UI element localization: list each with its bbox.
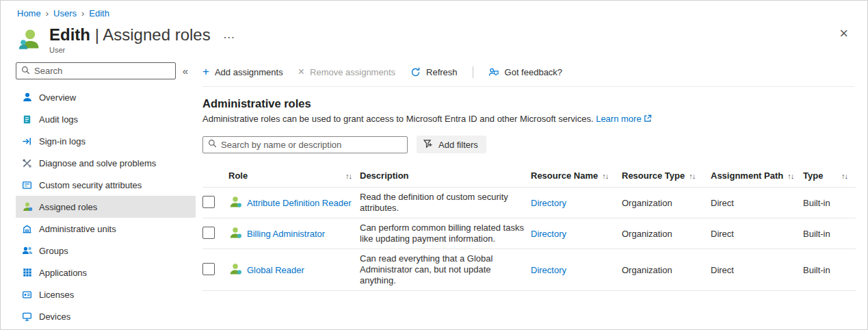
refresh-button[interactable]: Refresh — [410, 67, 458, 77]
sidebar-item-label: Diagnose and solve problems — [39, 158, 156, 168]
entra-user-assigned-roles-page: Home›Users›Edith Edith | Assigned roles … — [0, 0, 868, 330]
sort-icon: ↑↓ — [841, 172, 847, 180]
command-bar: + Add assignments × Remove assignments R… — [202, 61, 854, 83]
groups-icon — [21, 245, 33, 257]
section-description: Administrative roles can be used to gran… — [202, 114, 854, 125]
assigned-roles-person-icon — [21, 201, 33, 213]
resource-name-link[interactable]: Directory — [531, 265, 566, 275]
column-label: Resource Name — [531, 170, 598, 181]
toolbar-rule — [202, 86, 854, 87]
sidebar-item-audit-logs[interactable]: Audit logs — [16, 108, 196, 130]
building-icon — [21, 223, 33, 235]
sidebar-search-input[interactable] — [34, 66, 170, 76]
title-block: Edith | Assigned roles User — [49, 25, 211, 54]
table-row: Global Reader Can read everything that a… — [202, 249, 856, 291]
collapse-sidebar-icon[interactable]: « — [181, 65, 190, 77]
close-icon[interactable]: × — [835, 25, 852, 42]
content: « Overview Audit logs Sign-in logs Dia — [1, 55, 867, 329]
sidebar-item-administrative-units[interactable]: Administrative units — [16, 218, 196, 240]
role-link[interactable]: Attribute Definition Reader — [247, 198, 351, 208]
breadcrumb-separator: › — [81, 8, 84, 18]
search-icon — [208, 139, 217, 150]
sidebar: « Overview Audit logs Sign-in logs Dia — [1, 55, 196, 329]
select-all-header — [202, 164, 228, 188]
sort-icon: ↑↓ — [689, 172, 695, 180]
resource-name-link[interactable]: Directory — [531, 198, 566, 208]
breadcrumb-users[interactable]: Users — [53, 8, 77, 18]
sidebar-item-label: Custom security attributes — [39, 180, 142, 190]
column-header-role[interactable]: Role↑↓ — [228, 164, 360, 188]
breadcrumb-home[interactable]: Home — [17, 8, 41, 18]
sidebar-item-overview[interactable]: Overview — [16, 86, 196, 108]
column-header-description: Description — [360, 164, 531, 188]
row-checkbox[interactable] — [202, 227, 215, 239]
sidebar-item-label: Audit logs — [39, 114, 78, 125]
roles-table: Role↑↓ Description Resource Name↑↓ Resou… — [202, 164, 856, 291]
role-link[interactable]: Global Reader — [247, 265, 304, 275]
sign-in-arrow-icon — [21, 136, 33, 147]
sidebar-item-applications[interactable]: Applications — [16, 262, 196, 283]
column-label: Resource Type — [622, 170, 685, 181]
role-link[interactable]: Billing Administrator — [247, 229, 325, 239]
add-assignments-button[interactable]: + Add assignments — [202, 66, 283, 77]
column-label: Description — [360, 170, 409, 181]
object-type-label: User — [49, 46, 211, 54]
sidebar-item-label: Devices — [39, 312, 70, 322]
sidebar-item-groups[interactable]: Groups — [16, 240, 196, 262]
row-checkbox[interactable] — [202, 196, 215, 208]
column-label: Assignment Path — [711, 170, 783, 181]
sidebar-item-label: Applications — [39, 268, 87, 278]
sidebar-item-diagnose[interactable]: Diagnose and solve problems — [16, 152, 196, 174]
column-header-resource-name[interactable]: Resource Name↑↓ — [531, 164, 622, 188]
got-feedback-button[interactable]: Got feedback? — [488, 67, 563, 77]
role-description: Can read everything that a Global Admini… — [360, 253, 525, 286]
filter-row: Add filters — [202, 136, 854, 153]
role-person-icon — [228, 226, 242, 242]
grid-icon — [21, 267, 33, 279]
page-title-section: | Assigned roles — [90, 25, 211, 44]
learn-more-link[interactable]: Learn more — [596, 114, 651, 124]
role-description: Can perform common billing related tasks… — [360, 223, 525, 244]
sidebar-search[interactable] — [16, 62, 176, 79]
feedback-icon — [488, 67, 499, 77]
column-header-type[interactable]: Type↑↓ — [803, 164, 856, 188]
more-menu-icon[interactable]: … — [223, 27, 236, 41]
sidebar-item-assigned-roles[interactable]: Assigned roles — [16, 196, 196, 218]
role-person-icon — [228, 195, 242, 211]
column-header-assignment-path[interactable]: Assignment Path↑↓ — [711, 164, 803, 188]
table-row: Billing Administrator Can perform common… — [202, 218, 856, 249]
breadcrumb-edith[interactable]: Edith — [89, 8, 109, 18]
sidebar-search-row: « — [16, 62, 190, 79]
sidebar-item-label: Licenses — [39, 290, 74, 300]
sidebar-item-devices[interactable]: Devices — [16, 305, 196, 327]
user-avatar-icon — [17, 27, 42, 51]
section-title: Administrative roles — [202, 97, 854, 110]
row-checkbox[interactable] — [202, 263, 215, 275]
learn-more-label: Learn more — [596, 114, 641, 124]
role-type: Built-in — [803, 265, 830, 275]
toolbar-divider — [473, 66, 473, 78]
sidebar-item-custom-security-attributes[interactable]: Custom security attributes — [16, 174, 196, 196]
role-search-input[interactable] — [221, 140, 402, 150]
sidebar-item-label: Groups — [39, 246, 68, 256]
role-search[interactable] — [202, 136, 408, 153]
external-link-icon — [644, 114, 652, 125]
resource-name-link[interactable]: Directory — [531, 229, 566, 239]
remove-icon: × — [298, 66, 304, 77]
resource-type: Organization — [622, 229, 672, 239]
column-header-resource-type[interactable]: Resource Type↑↓ — [622, 164, 711, 188]
sort-icon: ↑↓ — [602, 172, 608, 180]
add-filters-button[interactable]: Add filters — [417, 136, 486, 153]
attributes-card-icon — [21, 179, 33, 191]
sidebar-item-sign-in-logs[interactable]: Sign-in logs — [16, 130, 196, 152]
sidebar-item-licenses[interactable]: Licenses — [16, 283, 196, 305]
tools-icon — [21, 157, 33, 169]
license-card-icon — [21, 289, 33, 301]
add-filter-icon — [423, 138, 434, 151]
person-icon — [21, 92, 33, 103]
breadcrumb: Home›Users›Edith — [1, 1, 867, 20]
remove-assignments-button[interactable]: × Remove assignments — [298, 66, 395, 77]
sort-icon: ↑↓ — [787, 172, 793, 180]
feedback-label: Got feedback? — [505, 67, 563, 77]
column-label: Role — [228, 170, 248, 181]
